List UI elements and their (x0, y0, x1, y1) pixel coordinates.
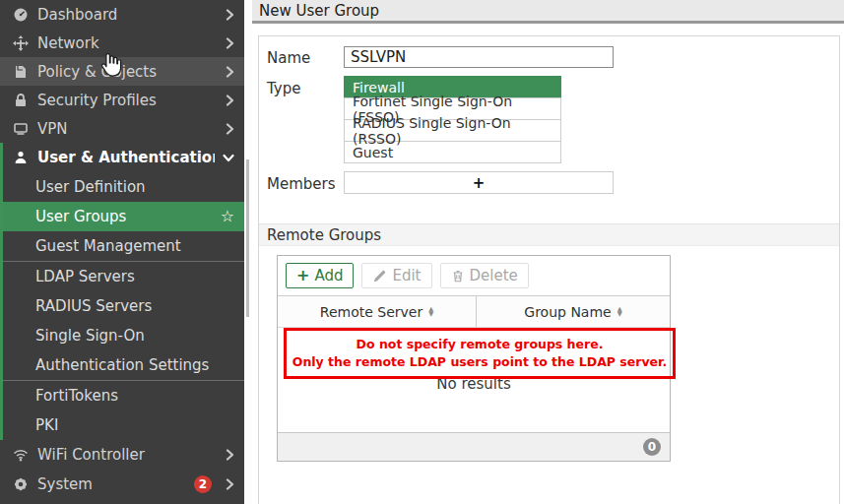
user-icon (12, 150, 30, 165)
table-header-row: Remote Server ▲▼ Group Name ▲▼ (278, 296, 670, 328)
sidebar-item-single-sign-on[interactable]: Single Sign-On (0, 321, 244, 350)
sidebar-item-user-groups[interactable]: User Groups ☆ (0, 202, 244, 231)
annotation-box: Do not specify remote groups here. Only … (284, 328, 676, 379)
sidebar-item-label: FortiTokens (35, 387, 118, 405)
chevron-right-icon (226, 37, 234, 49)
table-footer: 0 (278, 432, 670, 461)
row-count-badge: 0 (643, 438, 661, 456)
policy-objects-icon (12, 64, 30, 80)
scrollbar-thumb[interactable] (246, 159, 249, 317)
sidebar-item-user-definition[interactable]: User Definition (0, 172, 244, 202)
type-option-rsso[interactable]: RADIUS Single Sign-On (RSSO) (344, 119, 561, 142)
name-input[interactable] (344, 46, 614, 68)
chevron-right-icon (226, 123, 234, 135)
notification-badge: 2 (194, 475, 212, 493)
chevron-right-icon (226, 478, 234, 490)
sidebar-item-label: User & Authentication (37, 149, 215, 166)
sidebar-item-label: Network (37, 34, 218, 52)
add-button[interactable]: +Add (286, 263, 354, 288)
monitor-icon (12, 121, 30, 137)
chevron-right-icon (226, 449, 234, 461)
trash-icon (451, 269, 465, 284)
delete-button[interactable]: Delete (440, 263, 529, 288)
edit-button-label: Edit (392, 267, 421, 284)
column-header-remote-server[interactable]: Remote Server ▲▼ (278, 296, 477, 327)
sidebar-item-user-authentication[interactable]: User & Authentication (0, 143, 244, 172)
sidebar-item-authentication-settings[interactable]: Authentication Settings (0, 350, 244, 380)
sidebar-item-label: Authentication Settings (35, 356, 209, 374)
sidebar-item-label: User Groups (35, 208, 126, 225)
sidebar-item-label: RADIUS Servers (35, 297, 152, 315)
network-icon (12, 35, 30, 51)
chevron-down-icon (223, 154, 234, 162)
table-toolbar: +Add Edit Delete (278, 256, 670, 296)
new-user-group-panel: Name Type Firewall Fortinet Single Sign-… (258, 35, 840, 504)
sidebar-item-label: PKI (35, 416, 58, 434)
plus-icon: + (296, 268, 309, 284)
page-title: New User Group (259, 2, 379, 20)
sidebar-item-policy-objects[interactable]: Policy & Objects (0, 57, 244, 86)
sidebar: Dashboard Network Policy & Objects Secur… (0, 0, 244, 504)
active-section-indicator (0, 143, 3, 440)
pencil-icon (372, 269, 387, 284)
main-content: New User Group Name Type Firewall Fortin… (252, 0, 844, 504)
sidebar-item-label: VPN (37, 120, 218, 138)
gear-icon (12, 476, 30, 492)
add-button-label: Add (314, 267, 343, 284)
wifi-icon (12, 447, 30, 463)
sort-icon: ▲▼ (617, 307, 622, 317)
name-label: Name (267, 49, 310, 67)
sidebar-item-label: Dashboard (37, 6, 218, 24)
annotation-line: Do not specify remote groups here. (357, 336, 604, 353)
sidebar-item-label: Policy & Objects (37, 63, 218, 81)
remote-groups-section-header: Remote Groups (259, 223, 839, 246)
lock-icon (12, 93, 30, 108)
sidebar-item-radius-servers[interactable]: RADIUS Servers (0, 291, 244, 321)
sidebar-item-dashboard[interactable]: Dashboard (0, 0, 244, 29)
sidebar-item-system[interactable]: System 2 (0, 470, 244, 499)
annotation-line: Only the remote LDAP users point to the … (292, 353, 667, 371)
chevron-right-icon (226, 9, 234, 21)
sort-icon: ▲▼ (428, 307, 433, 317)
sidebar-item-pki[interactable]: PKI (0, 410, 244, 440)
members-add-field[interactable]: + (344, 171, 614, 194)
column-label: Group Name (524, 304, 611, 320)
sidebar-item-label: User Definition (35, 178, 146, 196)
favorite-star-icon[interactable]: ☆ (221, 209, 234, 224)
dashboard-icon (12, 7, 30, 23)
edit-button[interactable]: Edit (361, 263, 431, 288)
section-title: Remote Groups (267, 226, 381, 244)
sidebar-item-ldap-servers[interactable]: LDAP Servers (0, 262, 244, 291)
sidebar-item-network[interactable]: Network (0, 29, 244, 57)
sidebar-item-label: LDAP Servers (35, 268, 135, 285)
type-option-list: Firewall Fortinet Single Sign-On (FSSO) … (344, 76, 561, 163)
column-header-group-name[interactable]: Group Name ▲▼ (477, 296, 670, 327)
chevron-right-icon (226, 94, 234, 106)
members-label: Members (267, 175, 336, 193)
plus-icon: + (473, 174, 486, 192)
sidebar-item-fortitokens[interactable]: FortiTokens (0, 381, 244, 410)
sidebar-item-vpn[interactable]: VPN (0, 114, 244, 143)
sidebar-item-guest-management[interactable]: Guest Management (0, 231, 244, 261)
sidebar-item-label: Security Profiles (37, 92, 218, 109)
column-label: Remote Server (320, 304, 422, 320)
sidebar-item-label: Single Sign-On (35, 327, 145, 345)
sidebar-item-wifi-controller[interactable]: WiFi Controller (0, 440, 244, 470)
sidebar-scrollbar[interactable] (244, 0, 252, 504)
sidebar-item-label: WiFi Controller (37, 446, 218, 464)
type-label: Type (267, 80, 300, 97)
sidebar-item-label: System (37, 475, 186, 493)
chevron-right-icon (226, 66, 234, 78)
sidebar-item-security-profiles[interactable]: Security Profiles (0, 86, 244, 114)
delete-button-label: Delete (470, 267, 518, 284)
page-header: New User Group (252, 0, 844, 24)
sidebar-item-label: Guest Management (35, 237, 181, 255)
